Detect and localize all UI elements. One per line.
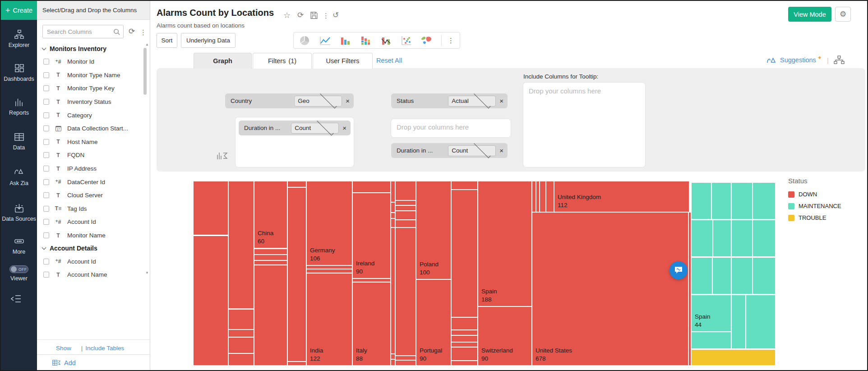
treemap-cell[interactable] — [692, 183, 711, 219]
treemap-cell[interactable] — [689, 213, 691, 365]
treemap-cell[interactable] — [452, 348, 477, 360]
checkbox[interactable] — [43, 99, 49, 105]
treemap-cell[interactable] — [288, 362, 306, 365]
sort-button[interactable]: Sort — [157, 33, 177, 48]
sidebar-item-explorer[interactable]: Explorer — [1, 29, 37, 49]
tooltip-dropzone[interactable]: Drop your columns here — [523, 83, 645, 167]
treemap-cell[interactable] — [396, 361, 416, 365]
treemap-cell[interactable] — [753, 183, 775, 219]
treemap-cell[interactable] — [391, 219, 395, 227]
legend-entry-maintenance[interactable]: MAINTENANCE — [788, 203, 841, 209]
treemap-cell[interactable] — [732, 183, 752, 219]
checkbox[interactable] — [43, 152, 49, 158]
checkbox[interactable] — [43, 139, 49, 145]
checkbox[interactable] — [43, 272, 49, 278]
checkbox[interactable] — [43, 206, 49, 212]
treemap-cell[interactable] — [254, 265, 287, 365]
column-item-ip-address[interactable]: TIP Address — [37, 162, 142, 176]
y-axis-agg-select[interactable]: Count — [291, 123, 339, 134]
treemap-cell[interactable] — [546, 181, 554, 212]
checkbox[interactable] — [43, 232, 49, 238]
treemap-cell-india[interactable]: India122 — [307, 274, 352, 365]
treemap-cell-poland[interactable]: Poland100 — [416, 181, 451, 279]
legend-entry-down[interactable]: DOWN — [788, 191, 841, 198]
treemap-cell[interactable] — [254, 249, 287, 254]
color-pill[interactable]: Status Actual × — [391, 93, 508, 108]
remove-size-icon[interactable]: × — [499, 147, 503, 154]
checkbox[interactable] — [43, 179, 49, 185]
treemap-cell[interactable] — [353, 279, 390, 282]
suggestions-link[interactable]: Suggestions — [780, 56, 816, 64]
color-agg-select[interactable]: Actual — [448, 96, 496, 107]
map-chart-icon[interactable] — [421, 35, 433, 46]
treemap-cell[interactable] — [391, 354, 395, 359]
search-columns-input[interactable] — [43, 28, 113, 35]
column-item-account-id[interactable]: ⁺#Account Id — [37, 215, 142, 229]
include-tables-link[interactable]: Include Tables — [85, 345, 124, 352]
treemap-cell[interactable] — [288, 188, 306, 361]
favorite-star-icon[interactable]: ☆ — [283, 11, 291, 20]
treemap-cell[interactable] — [732, 220, 752, 256]
undo-icon[interactable]: ↺ — [332, 11, 339, 20]
treemap-cell[interactable] — [391, 213, 395, 218]
treemap-cell-portugal[interactable]: Portugal90 — [416, 280, 451, 365]
treemap-cell[interactable] — [396, 206, 416, 210]
collapse-sidebar-icon[interactable] — [11, 294, 22, 303]
treemap-cell[interactable] — [536, 181, 539, 212]
treemap-cell-switzerland[interactable]: Switzerland90 — [478, 307, 531, 365]
column-item-inventory-status[interactable]: TInventory Status — [37, 95, 142, 109]
column-item-monitor-id[interactable]: ⁺#Monitor Id — [37, 55, 142, 69]
remove-y-axis-icon[interactable]: × — [342, 125, 346, 131]
show-link[interactable]: Show — [56, 345, 71, 352]
hierarchy-icon[interactable] — [834, 56, 845, 65]
treemap-cell[interactable] — [732, 258, 752, 294]
treemap-cell[interactable] — [391, 203, 395, 212]
column-item-monitor-type-name[interactable]: TMonitor Type Name — [37, 69, 142, 82]
checkbox[interactable] — [43, 72, 49, 78]
treemap-cell[interactable] — [396, 201, 416, 205]
treemap-cell[interactable] — [532, 181, 536, 212]
treemap-cell[interactable] — [692, 332, 731, 348]
size-agg-select[interactable]: Count — [448, 145, 496, 156]
treemap-cell-germany[interactable]: Germany106 — [307, 181, 352, 265]
more-chart-types-kebab-icon[interactable]: ⋮ — [441, 35, 454, 46]
treemap-cell[interactable] — [229, 354, 254, 365]
treemap-cell[interactable] — [713, 258, 731, 294]
checkbox[interactable] — [43, 166, 49, 172]
tab-user-filters[interactable]: User Filters — [313, 53, 373, 69]
column-item-monitor-name[interactable]: TMonitor Name — [37, 229, 142, 242]
column-item-host-name[interactable]: THost Name — [37, 135, 142, 149]
treemap-cell[interactable] — [753, 258, 775, 294]
treemap-cell[interactable] — [692, 220, 712, 256]
y-axis-pill[interactable]: Duration in ... Count × — [239, 121, 351, 135]
report-menu-kebab-icon[interactable]: ⋮ — [323, 11, 329, 20]
remove-x-axis-icon[interactable]: × — [346, 97, 350, 104]
treemap-cell[interactable] — [732, 295, 745, 348]
scroll-up-arrow-icon[interactable]: ▲ — [145, 42, 149, 46]
column-item-monitor-type-key[interactable]: TMonitor Type Key — [37, 82, 142, 95]
treemap-cell[interactable] — [396, 228, 416, 355]
size-pill[interactable]: Duration in ... Count × — [391, 143, 508, 158]
column-group-account-details[interactable]: Account Details — [37, 242, 142, 255]
legend-entry-trouble[interactable]: TROUBLE — [788, 214, 841, 221]
treemap-cell-china[interactable]: China60 — [254, 181, 287, 248]
sidebar-item-dashboards[interactable]: Dashboards — [1, 63, 37, 83]
scatter-chart-icon[interactable] — [401, 35, 412, 46]
treemap-cell[interactable] — [746, 295, 775, 348]
create-button[interactable]: + Create — [1, 1, 37, 20]
treemap-cell[interactable] — [229, 310, 254, 329]
treemap-cell[interactable] — [254, 261, 287, 264]
treemap-cell[interactable] — [712, 183, 731, 219]
treemap-cell-spain[interactable]: Spain188 — [478, 181, 531, 306]
y-axis-dropzone[interactable]: Duration in ... Count × — [235, 117, 354, 167]
treemap-cell-united-states[interactable]: United States678 — [532, 213, 688, 365]
add-button[interactable]: Add — [64, 359, 76, 366]
sidebar-item-reports[interactable]: Reports — [1, 97, 37, 116]
tab-filters[interactable]: Filters(1) — [253, 53, 312, 69]
stacked-bar-chart-icon[interactable] — [360, 35, 372, 46]
treemap-cell[interactable] — [396, 356, 416, 360]
treemap-cell[interactable] — [396, 181, 416, 200]
line-chart-icon[interactable] — [319, 35, 331, 46]
treemap-cell[interactable] — [288, 181, 306, 187]
column-item-datacenter-id[interactable]: ⁺#DataCenter Id — [37, 175, 142, 189]
